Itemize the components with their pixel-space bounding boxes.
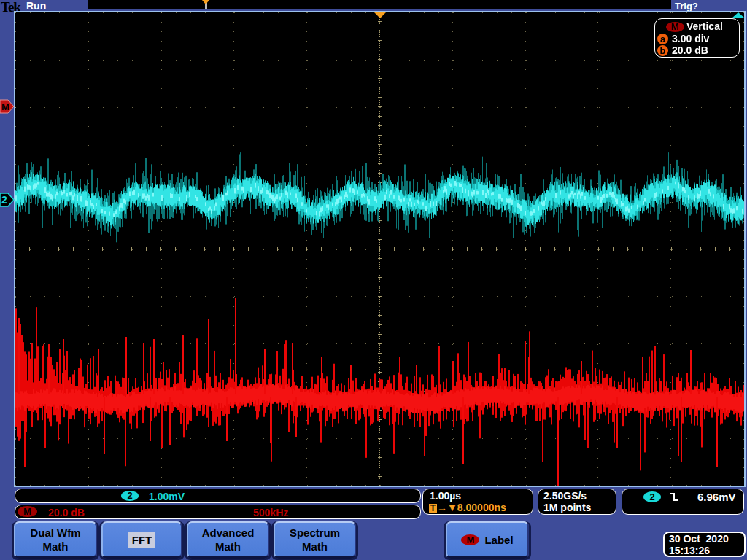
svg-text:2: 2 (1, 194, 7, 206)
svg-text:M: M (1, 101, 9, 112)
